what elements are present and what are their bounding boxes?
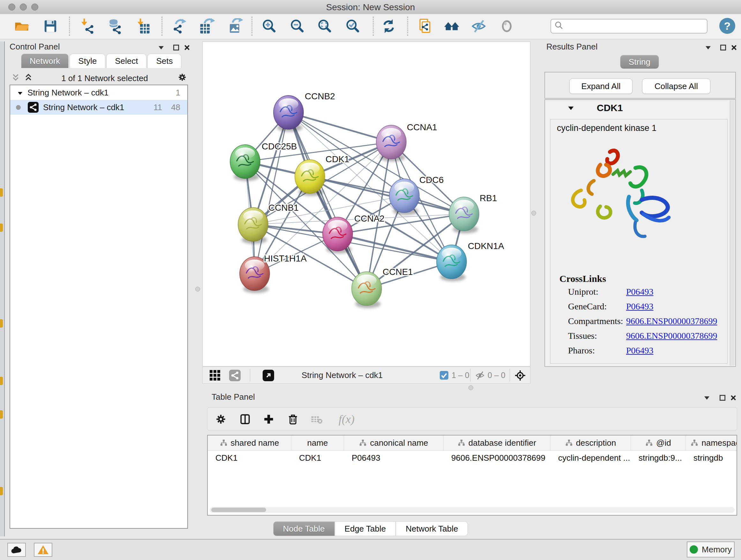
- column-header-database-identifier[interactable]: database identifier: [444, 435, 550, 450]
- collapse-all-networks-icon[interactable]: [11, 73, 20, 84]
- refresh-icon[interactable]: [380, 17, 398, 35]
- gene-collapse-icon[interactable]: [567, 105, 575, 111]
- fit-selected-crosshair-icon[interactable]: [515, 370, 526, 382]
- node-CCNE1[interactable]: CCNE1: [352, 267, 413, 308]
- right-splitter-handle[interactable]: [531, 211, 536, 215]
- cloud-button[interactable]: [7, 543, 26, 557]
- table-hscrollbar-thumb[interactable]: [211, 508, 266, 512]
- show-columns-icon[interactable]: [238, 412, 253, 427]
- open-session-icon[interactable]: [13, 17, 30, 35]
- crosslink-link[interactable]: P06493: [626, 346, 654, 355]
- node-CDC25B[interactable]: CDC25B: [230, 141, 297, 181]
- tab-network[interactable]: Network: [21, 54, 69, 68]
- help-button[interactable]: ?: [719, 18, 735, 34]
- tab-select[interactable]: Select: [106, 54, 146, 68]
- open-in-window-icon[interactable]: [263, 370, 274, 382]
- background-app-mark: [0, 410, 3, 419]
- delete-column-trash-icon[interactable]: [285, 412, 300, 427]
- control-panel-menu-icon[interactable]: [156, 43, 166, 52]
- edge-CCNB2-HIST1H1A[interactable]: [255, 112, 288, 273]
- node-table[interactable]: shared namenamecanonical namedatabase id…: [207, 435, 737, 516]
- control-panel-close-icon[interactable]: [182, 43, 192, 52]
- zoom-in-icon[interactable]: [260, 17, 278, 35]
- export-network-icon[interactable]: [170, 17, 188, 35]
- control-panel-float-icon[interactable]: [172, 43, 181, 52]
- collapse-all-button[interactable]: Collapse All: [642, 78, 711, 94]
- gene-header-row[interactable]: CDK1: [545, 103, 735, 113]
- save-session-icon[interactable]: [42, 17, 59, 35]
- crosslink-link[interactable]: 9606.ENSP00000378699: [626, 331, 717, 341]
- column-header-canonical-name[interactable]: canonical name: [344, 435, 444, 450]
- export-table-icon[interactable]: [198, 17, 216, 35]
- bottom-splitter-handle[interactable]: [468, 385, 473, 390]
- tab-sets[interactable]: Sets: [147, 54, 181, 68]
- table-cell[interactable]: stringdb: [686, 450, 737, 465]
- crosslink-link[interactable]: P06493: [626, 287, 654, 297]
- table-settings-gear-icon[interactable]: [213, 412, 228, 427]
- table-cell[interactable]: P06493: [344, 450, 444, 465]
- results-scrollbar[interactable]: [730, 101, 735, 366]
- column-header--id[interactable]: @id: [631, 435, 686, 450]
- table-cell[interactable]: cyclin-dependent ...: [550, 450, 631, 465]
- node-CCNB1[interactable]: CCNB1: [238, 203, 299, 244]
- tab-style[interactable]: Style: [70, 54, 105, 68]
- table-cell[interactable]: CDK1: [291, 450, 344, 465]
- tab-node-table[interactable]: Node Table: [273, 521, 335, 536]
- string-badge-icon[interactable]: [229, 370, 241, 382]
- node-CCNA1[interactable]: CCNA1: [376, 122, 437, 162]
- import-network-database-icon[interactable]: [105, 17, 123, 35]
- table-panel-float-icon[interactable]: [718, 393, 727, 402]
- birds-eye-grid-icon[interactable]: [210, 370, 220, 382]
- left-splitter-handle[interactable]: [195, 287, 200, 292]
- crosslink-link[interactable]: P06493: [626, 301, 654, 311]
- edge-CCNB2-CCNA1[interactable]: [288, 112, 391, 142]
- zoom-out-icon[interactable]: [288, 17, 307, 35]
- column-header-name[interactable]: name: [291, 435, 344, 450]
- table-cell[interactable]: 9606.ENSP00000378699: [444, 450, 550, 465]
- results-panel-close-icon[interactable]: [729, 43, 739, 52]
- eye-disabled-icon[interactable]: [498, 17, 516, 35]
- node-HIST1H1A[interactable]: HIST1H1A: [240, 253, 307, 293]
- search-input[interactable]: [567, 21, 707, 31]
- homes-icon[interactable]: [443, 17, 461, 35]
- memory-button[interactable]: Memory: [687, 542, 735, 557]
- node-RB1[interactable]: RB1: [449, 193, 497, 233]
- expand-all-button[interactable]: Expand All: [569, 78, 632, 94]
- hide-unhide-icon[interactable]: [470, 17, 488, 35]
- node-CDKN1A[interactable]: CDKN1A: [436, 241, 504, 281]
- node-CCNB2[interactable]: CCNB2: [273, 91, 335, 132]
- create-column-plus-icon[interactable]: [261, 412, 276, 427]
- search-field[interactable]: [550, 19, 708, 34]
- selected-nodes-checkbox[interactable]: [440, 371, 448, 380]
- table-cell[interactable]: stringdb:9...: [631, 450, 686, 465]
- tab-string[interactable]: String: [620, 55, 659, 69]
- import-network-file-icon[interactable]: [78, 17, 96, 35]
- tab-network-table[interactable]: Network Table: [396, 521, 468, 536]
- column-header-shared-name[interactable]: shared name: [208, 435, 291, 450]
- network-canvas[interactable]: CCNB2CCNA1CDC25BCDK1CDC6RB1CCNB1CCNA2CDK…: [202, 42, 530, 367]
- results-panel-menu-icon[interactable]: [703, 43, 713, 52]
- collection-expand-icon[interactable]: [17, 88, 23, 98]
- expand-all-networks-icon[interactable]: [24, 73, 32, 84]
- node-CDC6[interactable]: CDC6: [389, 175, 444, 215]
- network-row-selected[interactable]: String Network – cdk1 11 48: [10, 100, 187, 115]
- export-image-icon[interactable]: [226, 17, 244, 35]
- column-header-description[interactable]: description: [550, 435, 631, 450]
- warnings-button[interactable]: [34, 543, 52, 557]
- network-collection-row[interactable]: String Network – cdk1 1: [10, 85, 187, 100]
- results-panel-float-icon[interactable]: [718, 43, 728, 52]
- crosslink-link[interactable]: 9606.ENSP00000378699: [626, 316, 717, 326]
- import-table-file-icon[interactable]: [134, 17, 152, 35]
- network-options-gear-icon[interactable]: [177, 72, 188, 85]
- new-network-from-selection-icon[interactable]: [416, 17, 434, 35]
- node-CDK1[interactable]: CDK1: [295, 154, 349, 196]
- zoom-fit-icon[interactable]: [316, 17, 334, 35]
- column-header-namespace[interactable]: namespace: [686, 435, 737, 450]
- table-hscrollbar[interactable]: [210, 507, 735, 513]
- table-cell[interactable]: CDK1: [208, 450, 291, 465]
- table-panel-menu-icon[interactable]: [702, 393, 712, 402]
- tab-edge-table[interactable]: Edge Table: [335, 521, 396, 536]
- hidden-eye-slash-icon[interactable]: [475, 371, 485, 381]
- zoom-selected-icon[interactable]: [344, 17, 362, 35]
- table-panel-close-icon[interactable]: [729, 393, 738, 402]
